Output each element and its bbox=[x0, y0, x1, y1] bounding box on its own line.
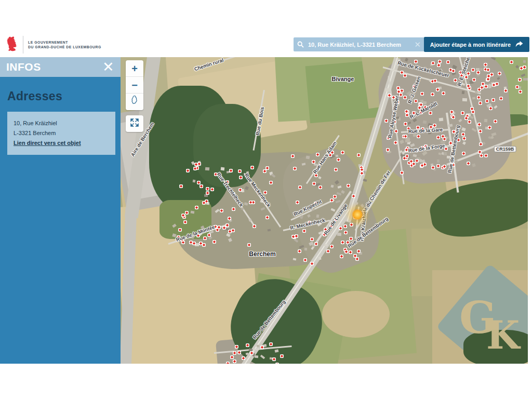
address-point bbox=[280, 354, 284, 358]
address-point bbox=[510, 60, 513, 64]
address-point bbox=[232, 207, 235, 211]
address-point bbox=[228, 217, 231, 220]
address-point bbox=[467, 72, 470, 75]
zoom-out-button[interactable]: − bbox=[126, 77, 143, 94]
address-point bbox=[260, 345, 264, 349]
address-point bbox=[485, 99, 489, 103]
building bbox=[484, 119, 488, 123]
address-point bbox=[275, 363, 279, 364]
building bbox=[480, 68, 483, 71]
route-arrow-icon bbox=[515, 41, 523, 48]
address-point bbox=[499, 97, 503, 100]
direct-object-link[interactable]: Lien direct vers cet objet bbox=[14, 138, 81, 148]
address-point bbox=[489, 107, 493, 110]
building bbox=[444, 152, 447, 155]
address-point bbox=[312, 160, 315, 164]
address-point bbox=[472, 78, 476, 82]
building bbox=[316, 215, 320, 218]
address-point bbox=[316, 153, 320, 156]
address-point bbox=[484, 85, 488, 88]
luxembourg-lion-icon bbox=[5, 35, 19, 54]
address-point bbox=[207, 233, 211, 237]
address-point bbox=[181, 214, 185, 217]
building bbox=[523, 60, 526, 63]
address-point bbox=[344, 250, 348, 254]
address-point bbox=[451, 115, 455, 119]
top-bar: LE GOUVERNEMENT DU GRAND-DUCHÉ DE LUXEMB… bbox=[0, 32, 532, 57]
address-point bbox=[250, 166, 254, 169]
address-point bbox=[340, 255, 343, 258]
main-content: INFOS ✕ Adresses 10, Rue Kräizhiel L-332… bbox=[0, 57, 532, 364]
address-point bbox=[226, 362, 230, 364]
selected-address-marker[interactable] bbox=[351, 208, 364, 221]
close-icon[interactable]: ✕ bbox=[102, 61, 114, 73]
address-point bbox=[295, 234, 298, 238]
address-point bbox=[360, 171, 364, 175]
logo-divider bbox=[23, 36, 23, 54]
watermark-letter-k: K bbox=[486, 313, 520, 357]
add-route-step-button[interactable]: Ajouter étape à mon itinéraire bbox=[424, 37, 529, 52]
clear-search-icon[interactable]: ✕ bbox=[414, 41, 421, 48]
address-point bbox=[360, 168, 364, 171]
address-point bbox=[488, 126, 491, 129]
address-point bbox=[291, 235, 295, 238]
address-point bbox=[436, 88, 440, 91]
address-point bbox=[238, 188, 242, 192]
address-point bbox=[330, 245, 334, 248]
road-badge: CR159B bbox=[494, 146, 516, 152]
address-point bbox=[235, 345, 238, 349]
building bbox=[221, 167, 225, 171]
address-point bbox=[291, 154, 295, 158]
address-point bbox=[464, 116, 468, 120]
addresses-heading: Adresses bbox=[7, 89, 113, 103]
address-point bbox=[229, 169, 233, 172]
search-input[interactable] bbox=[307, 41, 412, 48]
building bbox=[337, 233, 341, 236]
address-point bbox=[480, 154, 483, 157]
address-point bbox=[350, 223, 353, 227]
zoom-in-button[interactable]: + bbox=[126, 60, 143, 77]
building bbox=[255, 355, 258, 358]
address-point bbox=[349, 250, 352, 254]
address-point bbox=[312, 182, 316, 185]
search-bar[interactable]: ✕ bbox=[294, 37, 435, 51]
info-panel-body: Adresses 10, Rue Kräizhiel L-3321 Berche… bbox=[0, 89, 121, 155]
address-point bbox=[310, 262, 314, 265]
address-point bbox=[420, 164, 424, 167]
address-point bbox=[518, 78, 522, 82]
address-point bbox=[237, 351, 241, 354]
address-point bbox=[384, 119, 388, 123]
address-point bbox=[355, 257, 359, 261]
address-point bbox=[239, 176, 243, 179]
building bbox=[422, 120, 427, 124]
fullscreen-icon bbox=[130, 118, 139, 127]
address-point bbox=[400, 71, 404, 74]
address-point bbox=[193, 167, 197, 170]
address-point bbox=[330, 198, 334, 202]
address-point bbox=[238, 169, 242, 173]
address-point bbox=[318, 185, 322, 189]
address-point bbox=[479, 142, 483, 146]
address-point bbox=[341, 151, 344, 154]
address-point bbox=[303, 258, 307, 262]
address-point bbox=[265, 166, 269, 170]
address-point bbox=[477, 88, 481, 91]
address-point bbox=[265, 216, 269, 219]
address-point bbox=[481, 82, 485, 86]
map-canvas[interactable]: G K CR159B + − bbox=[121, 57, 528, 364]
building bbox=[336, 155, 338, 157]
address-point bbox=[414, 60, 418, 63]
address-point bbox=[403, 156, 406, 160]
address-point bbox=[467, 84, 470, 88]
address-point bbox=[206, 187, 209, 191]
address-point bbox=[403, 96, 407, 99]
address-point bbox=[484, 63, 487, 66]
building bbox=[385, 88, 390, 91]
fullscreen-button[interactable] bbox=[126, 115, 143, 132]
address-point bbox=[520, 66, 523, 70]
zoom-extent-button[interactable] bbox=[126, 94, 143, 110]
address-point bbox=[269, 342, 273, 346]
address-point bbox=[394, 129, 398, 133]
gouvernement-logo[interactable]: LE GOUVERNEMENT DU GRAND-DUCHÉ DE LUXEMB… bbox=[5, 33, 101, 56]
address-point bbox=[344, 231, 348, 234]
